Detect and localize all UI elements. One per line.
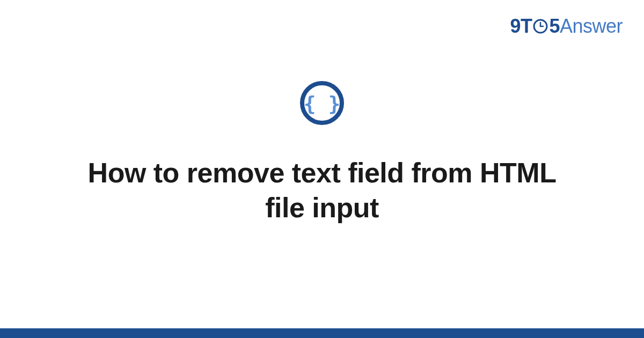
code-braces-icon: { }: [299, 80, 345, 128]
svg-text:{ }: { }: [304, 92, 341, 115]
main-content: { } How to remove text field from HTML f…: [0, 0, 644, 338]
page-title: How to remove text field from HTML file …: [80, 156, 564, 225]
footer-accent-bar: [0, 328, 644, 338]
